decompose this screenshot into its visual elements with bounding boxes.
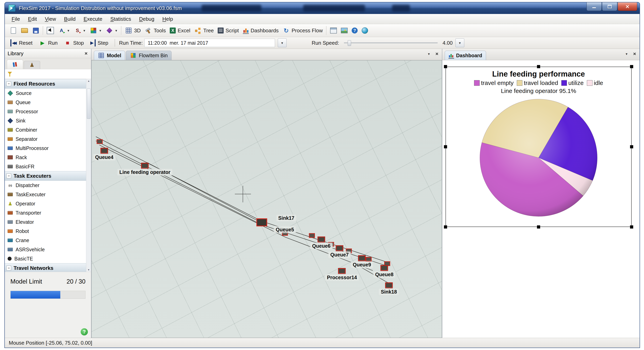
model-object-line-feeding-operator[interactable]: Line feeding operator bbox=[118, 163, 172, 175]
close-tab-icon[interactable] bbox=[435, 52, 439, 56]
collapse-icon[interactable]: − bbox=[6, 174, 11, 178]
highlight-button[interactable] bbox=[104, 26, 119, 35]
model-object-queue9[interactable]: Queue9 bbox=[351, 255, 373, 268]
objects-button[interactable] bbox=[88, 26, 103, 35]
minimize-button[interactable] bbox=[586, 2, 602, 11]
menu-file[interactable]: File bbox=[8, 15, 24, 23]
menu-statistics[interactable]: Statistics bbox=[106, 15, 135, 23]
title-bar[interactable]: FlexSim 2017 - Simulation Distrubtion wi… bbox=[5, 2, 640, 14]
workspace-button[interactable] bbox=[329, 27, 338, 34]
library-item-dispatcher[interactable]: ((•))Dispatcher bbox=[5, 181, 86, 190]
run-time-dropdown[interactable] bbox=[278, 38, 286, 47]
tab-list-icon[interactable] bbox=[427, 52, 430, 55]
tab-list-icon[interactable] bbox=[625, 52, 628, 55]
model-object-queue4[interactable]: Queue4 bbox=[93, 148, 115, 160]
connect-a-button[interactable] bbox=[56, 26, 71, 35]
library-item-source[interactable]: Source bbox=[5, 89, 86, 98]
menu-view[interactable]: View bbox=[41, 15, 60, 23]
library-tab-people[interactable] bbox=[24, 61, 40, 69]
new-file-button[interactable] bbox=[8, 26, 18, 35]
menu-edit[interactable]: Edit bbox=[24, 15, 41, 23]
library-close-icon[interactable] bbox=[84, 51, 88, 56]
maximize-button[interactable] bbox=[602, 2, 617, 11]
web-button[interactable] bbox=[360, 26, 370, 34]
library-tab-objects[interactable] bbox=[7, 60, 23, 69]
tab-model[interactable]: Model bbox=[94, 51, 125, 60]
reset-button[interactable]: Reset bbox=[8, 38, 35, 47]
help-button[interactable] bbox=[350, 27, 359, 34]
collapse-icon[interactable]: − bbox=[6, 81, 11, 86]
scrollbar-thumb[interactable] bbox=[87, 89, 90, 119]
library-section-task-executers[interactable]: −Task Executers bbox=[5, 171, 86, 181]
library-item-basicte[interactable]: BasicTE bbox=[5, 254, 86, 263]
tools-button[interactable]: Tools bbox=[144, 26, 167, 35]
library-item-combiner[interactable]: Combiner bbox=[5, 125, 86, 134]
model-object-processor14[interactable]: Processor14 bbox=[325, 268, 359, 281]
selected-object-marker[interactable] bbox=[256, 218, 267, 226]
library-item-queue[interactable]: Queue bbox=[5, 98, 86, 107]
model-object-queue7[interactable]: Queue7 bbox=[328, 245, 350, 258]
script-button[interactable]: Script bbox=[216, 27, 240, 34]
dashboards-button[interactable]: Dashboards bbox=[242, 26, 280, 35]
resize-handle[interactable] bbox=[630, 225, 633, 228]
tab-flowitem-bin[interactable]: FlowItem Bin bbox=[126, 51, 171, 60]
library-item-taskexecuter[interactable]: TaskExecuter bbox=[5, 190, 86, 199]
media-button[interactable] bbox=[340, 27, 349, 34]
resize-handle[interactable] bbox=[444, 65, 447, 68]
scroll-down-icon[interactable] bbox=[88, 269, 90, 271]
save-button[interactable] bbox=[31, 26, 41, 35]
run-button[interactable]: Run bbox=[36, 38, 60, 47]
menu-execute[interactable]: Execute bbox=[80, 15, 106, 23]
library-item-processor[interactable]: Processor bbox=[5, 107, 86, 116]
library-item-separator[interactable]: Separator bbox=[5, 134, 86, 144]
resize-handle[interactable] bbox=[537, 225, 540, 228]
run-speed-dropdown[interactable] bbox=[456, 38, 464, 47]
library-item-crane[interactable]: Crane bbox=[5, 236, 86, 245]
library-section-travel-networks[interactable]: −Travel Networks bbox=[5, 263, 86, 272]
view-3d-button[interactable]: 3D bbox=[124, 26, 142, 35]
library-item-rack[interactable]: Rack bbox=[5, 153, 86, 162]
library-item-transporter[interactable]: Transporter bbox=[5, 208, 86, 217]
tree-button[interactable]: Tree bbox=[193, 26, 215, 35]
close-button[interactable] bbox=[618, 2, 637, 11]
resize-handle[interactable] bbox=[444, 145, 447, 148]
menu-help[interactable]: Help bbox=[158, 15, 177, 23]
library-item-basicfr[interactable]: BasicFR bbox=[5, 162, 86, 171]
model-object-marker[interactable] bbox=[97, 139, 103, 144]
scroll-up-icon[interactable] bbox=[88, 80, 90, 82]
open-folder-button[interactable] bbox=[20, 26, 30, 35]
library-item-asrsvehicle[interactable]: ASRSvehicle bbox=[5, 245, 86, 254]
library-item-operator[interactable]: ♟Operator bbox=[5, 199, 86, 208]
model-object-queue8[interactable]: Queue8 bbox=[374, 265, 396, 278]
step-button[interactable]: Step bbox=[88, 38, 111, 47]
resize-handle[interactable] bbox=[630, 65, 633, 68]
model-object-queue5[interactable]: Queue5 bbox=[274, 226, 296, 232]
model-object-sink17[interactable]: Sink17 bbox=[276, 215, 296, 221]
help-icon[interactable] bbox=[81, 328, 88, 336]
resize-handle[interactable] bbox=[444, 225, 447, 228]
model-object-sink18[interactable]: Sink18 bbox=[379, 283, 399, 295]
run-time-field[interactable]: 11:20:00 mer. 17 mai 2017 bbox=[144, 39, 275, 47]
excel-button[interactable]: Excel bbox=[168, 27, 192, 34]
process-flow-button[interactable]: Process Flow bbox=[281, 26, 324, 35]
connect-s-button[interactable] bbox=[72, 26, 87, 35]
resize-handle[interactable] bbox=[630, 145, 633, 148]
close-tab-icon[interactable] bbox=[632, 52, 637, 56]
library-filter-input[interactable] bbox=[5, 69, 91, 79]
run-speed-slider[interactable] bbox=[344, 42, 438, 43]
menu-build[interactable]: Build bbox=[60, 15, 80, 23]
pie-chart-widget[interactable]: Line feeding performance travel emptytra… bbox=[446, 67, 632, 227]
resize-handle[interactable] bbox=[537, 65, 540, 68]
tab-dashboard[interactable]: Dashboard bbox=[445, 51, 486, 60]
library-item-multiprocessor[interactable]: MultiProcessor bbox=[5, 144, 86, 153]
model-view[interactable]: Queue4Line feeding operatorSink17Queue5Q… bbox=[92, 60, 442, 338]
library-scrollbar[interactable] bbox=[86, 79, 91, 272]
stop-button[interactable]: Stop bbox=[62, 38, 86, 47]
menu-debug[interactable]: Debug bbox=[135, 15, 158, 23]
collapse-icon[interactable]: − bbox=[6, 266, 11, 270]
library-section-fixed-resources[interactable]: −Fixed Resources bbox=[5, 79, 86, 89]
library-item-sink[interactable]: Sink bbox=[5, 116, 86, 125]
library-item-robot[interactable]: Robot bbox=[5, 227, 86, 236]
select-cursor-button[interactable] bbox=[45, 26, 55, 35]
library-item-elevator[interactable]: Elevator bbox=[5, 217, 86, 227]
